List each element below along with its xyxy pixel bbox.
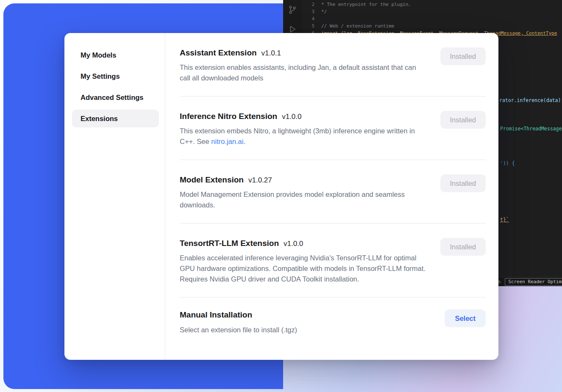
- code-line: 3 */: [302, 8, 562, 15]
- manual-installation-title: Manual Installation: [180, 309, 252, 320]
- code-line: 4: [302, 15, 562, 22]
- extension-version: v1.0.0: [282, 113, 301, 121]
- extension-description: Enables accelerated inference leveraging…: [180, 253, 428, 284]
- extension-name: Inference Nitro Extension: [180, 111, 277, 122]
- code-line: 5 // Web / extension runtime: [302, 22, 562, 30]
- git-branch-icon[interactable]: [288, 5, 297, 14]
- extension-name: Model Extension: [180, 174, 244, 185]
- extension-description: This extension embeds Nitro, a lightweig…: [180, 126, 428, 147]
- extension-version: v1.0.0: [284, 240, 303, 248]
- code-text: */: [321, 8, 327, 15]
- line-number: 3: [302, 8, 321, 15]
- code-fragment: t}`: [500, 217, 509, 223]
- extension-row-tensorrt: TensortRT-LLM Extension v1.0.0 Enables a…: [180, 224, 486, 284]
- installed-button[interactable]: Installed: [440, 47, 486, 65]
- nitro-link[interactable]: nitro.jan.ai: [211, 138, 243, 145]
- installed-button[interactable]: Installed: [440, 174, 486, 192]
- extension-description: Model Management Extension provides mode…: [180, 189, 428, 210]
- extension-row-assistant: Assistant Extension v1.0.1 This extensio…: [180, 33, 486, 83]
- extension-version: v1.0.27: [248, 176, 272, 185]
- sidebar-item-my-models[interactable]: My Models: [72, 46, 159, 64]
- sidebar-item-label: My Models: [81, 51, 116, 59]
- extension-version: v1.0.1: [262, 49, 281, 58]
- code-text: * The entrypoint for the plugin.: [321, 1, 411, 8]
- sidebar-item-label: My Settings: [81, 72, 120, 80]
- sidebar-item-label: Extensions: [81, 115, 118, 123]
- run-debug-icon[interactable]: [288, 25, 297, 34]
- line-number: 4: [302, 15, 321, 22]
- extensions-panel: Assistant Extension v1.0.1 This extensio…: [165, 33, 498, 360]
- sidebar-item-my-settings[interactable]: My Settings: [72, 67, 159, 85]
- settings-sidebar: My Models My Settings Advanced Settings …: [64, 33, 165, 360]
- settings-modal: My Models My Settings Advanced Settings …: [64, 33, 498, 360]
- code-fragment: Promise<ThreadMessage>: [500, 126, 562, 132]
- sidebar-item-label: Advanced Settings: [81, 94, 144, 102]
- extension-name: Assistant Extension: [180, 47, 257, 58]
- code-fragment: ')) {: [500, 160, 515, 166]
- code-area[interactable]: 2 * The entrypoint for the plugin. 3 */ …: [302, 1, 562, 37]
- extension-row-nitro: Inference Nitro Extension v1.0.0 This ex…: [180, 97, 486, 147]
- code-fragment: rator.inference(data));: [499, 97, 562, 103]
- code-line: 2 * The entrypoint for the plugin.: [302, 1, 562, 8]
- line-number: 2: [302, 1, 321, 8]
- code-text: // Web / extension runtime: [321, 22, 394, 30]
- manual-installation-row: Manual Installation Select an extension …: [180, 298, 486, 335]
- sidebar-item-advanced-settings[interactable]: Advanced Settings: [72, 88, 159, 106]
- description-suffix: .: [243, 138, 245, 145]
- screen-reader-badge[interactable]: Screen Reader Optimize: [505, 278, 562, 286]
- extension-description: This extension enables assistants, inclu…: [180, 62, 428, 83]
- select-file-button[interactable]: Select: [445, 309, 486, 327]
- installed-button[interactable]: Installed: [440, 111, 486, 129]
- line-number: 5: [302, 22, 321, 30]
- sidebar-item-extensions[interactable]: Extensions: [72, 110, 159, 127]
- extension-row-model: Model Extension v1.0.27 Model Management…: [180, 160, 486, 210]
- manual-installation-description: Select an extension file to install (.tg…: [180, 325, 297, 335]
- extension-name: TensortRT-LLM Extension: [180, 238, 279, 249]
- installed-button[interactable]: Installed: [440, 238, 486, 256]
